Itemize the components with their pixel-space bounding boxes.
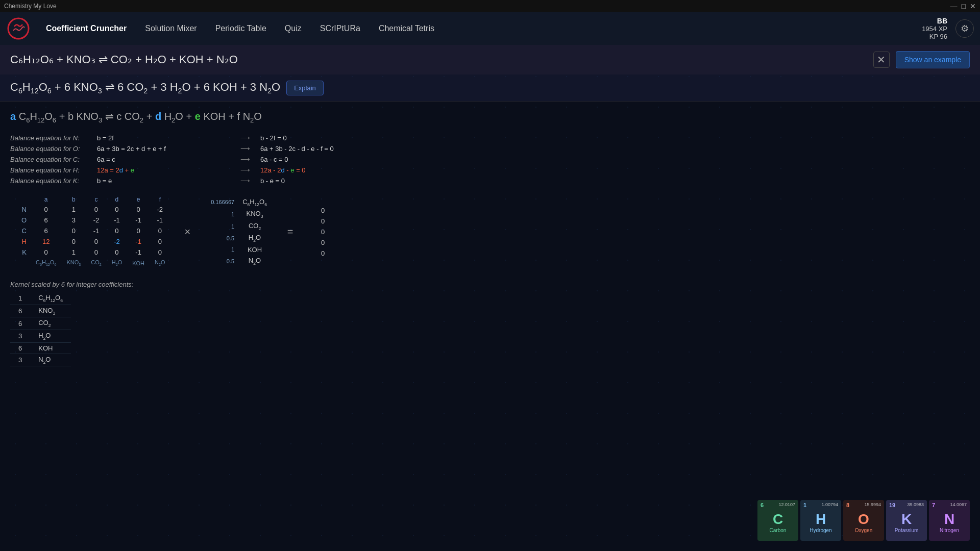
main-content: a C6H12O6 + b KNO3 ⇌ c CO2 + d H2O + e K…	[0, 102, 980, 374]
col-header-b: b	[61, 195, 86, 204]
logo-icon	[6, 16, 31, 41]
header-right: BB 1954 XP KP 96 ⚙	[922, 17, 974, 40]
kernel-row-2: 6 KNO3	[10, 305, 71, 317]
coeff-e: e	[195, 111, 201, 122]
titlebar: Chemistry My Love — □ ✕	[0, 0, 980, 12]
nav-coefficient-cruncher[interactable]: Coefficient Cruncher	[37, 12, 136, 45]
nav-periodic-table[interactable]: Periodic Table	[206, 12, 276, 45]
kernel-table: 1 C6H12O6 6 KNO3 6 CO2 3 H2O 6 KOH	[10, 292, 71, 366]
kp-value: KP 96	[929, 33, 947, 40]
element-nitrogen[interactable]: 7 14.0067 N Nitrogen	[929, 500, 970, 541]
col-header-f: f	[150, 195, 170, 204]
col-header-c: c	[86, 195, 106, 204]
balance-equations: Balance equation for N: b = 2f ⟶ b - 2f …	[10, 134, 970, 185]
element-potassium[interactable]: 19 39.0983 K Potassium	[886, 500, 927, 541]
matrix-row-h: H 12 0 0 -2 -1 0	[10, 236, 170, 247]
coeff-d: d	[155, 111, 161, 122]
header: Coefficient Cruncher Solution Mixer Peri…	[0, 12, 980, 45]
element-tiles: 6 12.0107 C Carbon 1 1.00794 H Hydrogen …	[757, 500, 970, 541]
coeff-c: c	[116, 111, 121, 122]
close-window-btn[interactable]: ✕	[970, 2, 976, 10]
balance-row-c: Balance equation for C: 6a = c ⟶ 6a - c …	[10, 156, 970, 163]
kernel-label: Kernel scaled by 6 for integer coefficie…	[10, 281, 970, 288]
xp-value: 1954 XP	[922, 25, 947, 33]
col-header-a: a	[31, 195, 61, 204]
matrix-row-n: N 0 1 0 0 0 -2	[10, 204, 170, 215]
coeff-b: b	[68, 111, 74, 122]
maximize-btn[interactable]: □	[962, 2, 966, 10]
balance-row-h: Balance equation for H: 12a = 2d + e ⟶ 1…	[10, 166, 970, 174]
balanced-equation-bar: C6H12O6 + 6 KNO3 ⇌ 6 CO2 + 3 H2O + 6 KOH…	[0, 74, 980, 102]
close-equation-button[interactable]: ✕	[873, 52, 890, 68]
nav-chemical-tetris[interactable]: Chemical Tetris	[370, 12, 444, 45]
col-header-e: e	[127, 195, 150, 204]
equation-bar: ✕ Show an example	[0, 45, 980, 74]
equals-symbol: =	[287, 226, 293, 238]
balanced-equation-text: C6H12O6 + 6 KNO3 ⇌ 6 CO2 + 3 H2O + 6 KOH…	[10, 81, 280, 95]
balance-row-k: Balance equation for K: b = e ⟶ b - e = …	[10, 177, 970, 185]
kernel-row-1: 1 C6H12O6	[10, 292, 71, 305]
kernel-section: Kernel scaled by 6 for integer coefficie…	[10, 281, 970, 366]
equation-input[interactable]	[10, 53, 867, 66]
bb-label: BB	[937, 17, 947, 25]
window-controls[interactable]: — □ ✕	[950, 2, 976, 10]
element-oxygen[interactable]: 8 15.9994 O Oxygen	[843, 500, 884, 541]
show-example-button[interactable]: Show an example	[896, 51, 970, 68]
result-vector: 0 0 0 0 0	[308, 205, 338, 259]
kernel-vector: 0.166667 C6H12O6 1 KNO3 1 CO2 0.5 H2O	[205, 196, 273, 267]
xp-display: BB 1954 XP KP 96	[922, 17, 947, 40]
matrix-row-o: O 6 3 -2 -1 -1 -1	[10, 215, 170, 226]
col-header-d: d	[107, 195, 128, 204]
kernel-vector-table: 0.166667 C6H12O6 1 KNO3 1 CO2 0.5 H2O	[205, 196, 273, 267]
minimize-btn[interactable]: —	[950, 2, 958, 10]
balance-row-o: Balance equation for O: 6a + 3b = 2c + d…	[10, 145, 970, 153]
element-hydrogen[interactable]: 1 1.00794 H Hydrogen	[800, 500, 841, 541]
balance-row-n: Balance equation for N: b = 2f ⟶ b - 2f …	[10, 134, 970, 142]
result-vector-table: 0 0 0 0 0	[308, 205, 338, 259]
kernel-row-3: 6 CO2	[10, 317, 71, 330]
coeff-a: a	[10, 111, 16, 122]
matrix-table: a b c d e f N 0 1 0 0 0	[10, 195, 170, 268]
matrix-row-k: K 0 1 0 0 -1 0	[10, 247, 170, 258]
matrix-row-c: C 6 0 -1 0 0 0	[10, 226, 170, 236]
times-symbol: ×	[185, 226, 191, 238]
titlebar-title: Chemistry My Love	[4, 3, 57, 10]
explain-button[interactable]: Explain	[286, 81, 324, 95]
matrix-area: a b c d e f N 0 1 0 0 0	[10, 195, 970, 268]
settings-icon[interactable]: ⚙	[955, 19, 974, 38]
coeff-f: f	[237, 111, 240, 122]
element-carbon[interactable]: 6 12.0107 C Carbon	[757, 500, 798, 541]
svg-point-0	[8, 18, 29, 39]
coefficient-matrix: a b c d e f N 0 1 0 0 0	[10, 195, 170, 268]
nav-quiz[interactable]: Quiz	[276, 12, 311, 45]
nav-scriptura[interactable]: SCrIPtURa	[311, 12, 370, 45]
variable-equation: a C6H12O6 + b KNO3 ⇌ c CO2 + d H2O + e K…	[10, 110, 970, 124]
kernel-row-4: 3 H2O	[10, 330, 71, 342]
kernel-row-5: 6 KOH	[10, 342, 71, 354]
kernel-row-6: 3 N2O	[10, 354, 71, 366]
nav-solution-mixer[interactable]: Solution Mixer	[136, 12, 206, 45]
